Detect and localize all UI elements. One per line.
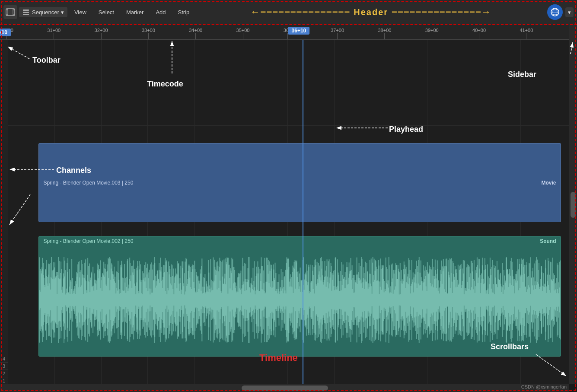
menu-view[interactable]: View: [69, 7, 92, 17]
header-label: Header: [354, 7, 388, 17]
channel-label-3: 3: [0, 362, 8, 370]
menu-add[interactable]: Add: [150, 7, 171, 17]
channel-label-1: 1: [0, 377, 8, 384]
sequencer-label: Sequencer: [32, 9, 59, 16]
ruler-marks: 30+0031+0032+0033+0034+0035+0036+37+0038…: [0, 25, 569, 39]
ruler-tick-8: 38+00: [378, 25, 391, 39]
ruler-tick-7: 37+00: [331, 25, 344, 39]
ruler-tick-1: 31+00: [47, 25, 61, 39]
channel-label-2: 2: [0, 370, 8, 377]
scrollbar-thumb-horizontal[interactable]: [242, 386, 328, 391]
strip-sound[interactable]: Spring - Blender Open Movie.002 | 250 So…: [38, 236, 561, 357]
timecode-ruler: 30+0031+0032+0033+0034+0035+0036+37+0038…: [0, 25, 569, 40]
sound-strip-type: Sound: [540, 238, 556, 244]
menu-select[interactable]: Select: [93, 7, 119, 17]
svg-rect-4: [13, 14, 15, 16]
header-annotation-area: ←−−−−−−−−−−−−−−− Header −−−−−−−−−−−−−−−→: [196, 6, 545, 18]
waveform: [39, 246, 560, 354]
channel-labels: 1 2 3 4: [0, 40, 8, 384]
scrollbar-horizontal[interactable]: [0, 384, 569, 392]
svg-rect-2: [13, 9, 15, 10]
movie-strip-label: Spring - Blender Open Movie.003 | 250: [43, 180, 133, 186]
svg-rect-7: [23, 10, 29, 11]
dropdown-arrow: ▾: [61, 9, 64, 16]
header-right-dropdown[interactable]: ▾: [565, 7, 574, 17]
svg-rect-1: [6, 9, 8, 10]
sequencer-dropdown[interactable]: Sequencer ▾: [19, 7, 67, 17]
scrollbar-vertical[interactable]: [569, 25, 577, 384]
strip-movie[interactable]: Spring - Blender Open Movie.003 | 250 Mo…: [38, 143, 561, 222]
header-right: ▾: [547, 4, 574, 20]
scrollbar-thumb-vertical[interactable]: [571, 192, 576, 218]
header-annotation: ←−−−−−−−−−−−−−−− Header −−−−−−−−−−−−−−−→: [251, 6, 491, 18]
playhead-line: [303, 40, 303, 384]
ruler-tick-5: 35+00: [236, 25, 250, 39]
movie-strip-type: Movie: [542, 180, 556, 186]
header-bar: Sequencer ▾ View Select Marker Add Strip…: [0, 0, 577, 25]
sound-strip-label: Spring - Blender Open Movie.002 | 250: [43, 238, 133, 244]
ruler-tick-9: 39+00: [425, 25, 439, 39]
ruler-tick-2: 32+00: [95, 25, 108, 39]
ruler-tick-11: 41+00: [520, 25, 533, 39]
playhead-ruler-label: 36+10: [0, 29, 11, 36]
ruler-tick-10: 40+00: [472, 25, 486, 39]
menu-marker[interactable]: Marker: [121, 7, 149, 17]
globe-icon[interactable]: [547, 4, 563, 20]
channel-label-4: 4: [0, 355, 8, 362]
menu-strip[interactable]: Strip: [173, 7, 195, 17]
ruler-tick-4: 34+00: [189, 25, 202, 39]
timeline-area[interactable]: Spring - Blender Open Movie.003 | 250 Mo…: [8, 40, 569, 384]
strip-sound-header: Spring - Blender Open Movie.002 | 250 So…: [43, 236, 556, 244]
svg-rect-9: [23, 14, 29, 15]
svg-rect-3: [6, 14, 8, 16]
ruler-tick-3: 33+00: [142, 25, 155, 39]
svg-rect-8: [23, 12, 29, 13]
watermark: CSDN @xsmingerfan: [521, 384, 567, 389]
app-icon[interactable]: [3, 5, 17, 19]
playhead-ruler-label: 36+10: [288, 27, 310, 35]
